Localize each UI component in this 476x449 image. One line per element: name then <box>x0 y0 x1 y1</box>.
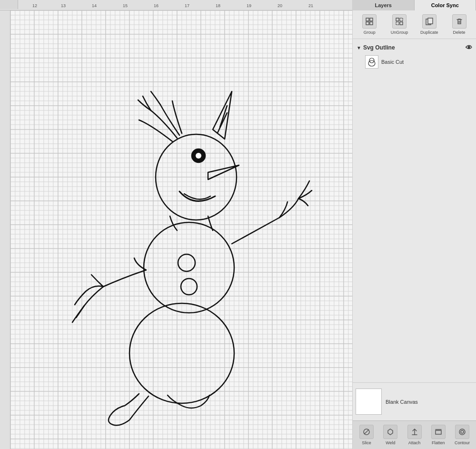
ungroup-label: UnGroup <box>391 30 408 35</box>
delete-icon <box>452 14 466 29</box>
weld-button[interactable]: Weld <box>378 425 402 445</box>
group-button[interactable]: Group <box>357 14 383 35</box>
svg-point-0 <box>129 303 234 403</box>
attach-label: Attach <box>408 440 421 445</box>
layer-group-label: Svg Outline <box>363 44 395 51</box>
layer-item[interactable]: Basic Cut <box>356 53 473 70</box>
group-icon <box>362 14 377 29</box>
layers-section: ▼ Svg Outline 👁 Basic Cut <box>353 39 476 382</box>
ruler-mark: 13 <box>61 3 66 8</box>
delete-button[interactable]: Delete <box>446 14 472 35</box>
flatten-icon <box>431 425 446 439</box>
ruler-mark: 15 <box>123 3 128 8</box>
ungroup-icon <box>392 14 407 29</box>
right-panel: Layers Color Sync Group <box>352 0 476 449</box>
group-label: Group <box>364 30 376 35</box>
blank-canvas-thumbnail <box>356 389 382 415</box>
svg-rect-14 <box>400 22 403 25</box>
contour-icon <box>455 425 469 439</box>
ruler-mark: 16 <box>154 3 159 8</box>
svg-rect-16 <box>428 18 433 24</box>
weld-icon <box>383 425 397 439</box>
contour-button[interactable]: Contour <box>450 425 474 445</box>
layer-item-label: Basic Cut <box>381 59 404 65</box>
ruler-mark: 21 <box>308 3 313 8</box>
svg-rect-10 <box>370 22 373 25</box>
canvas-area: 12 13 14 15 16 17 18 19 20 21 <box>0 0 352 449</box>
duplicate-icon <box>422 14 436 29</box>
svg-point-4 <box>196 153 201 159</box>
ruler-mark: 20 <box>278 3 282 8</box>
ruler-mark: 18 <box>216 3 220 8</box>
ruler-corner <box>0 0 18 9</box>
contour-label: Contour <box>455 440 470 445</box>
svg-rect-13 <box>396 22 399 25</box>
svg-point-2 <box>156 134 237 220</box>
svg-rect-12 <box>400 18 403 21</box>
flatten-label: Flatten <box>432 440 445 445</box>
toolbar-row: Group UnGroup Duplicate <box>353 10 476 39</box>
slice-icon <box>359 425 374 439</box>
svg-rect-8 <box>370 18 373 21</box>
visibility-icon[interactable]: 👁 <box>466 44 472 51</box>
svg-rect-7 <box>366 18 369 21</box>
blank-canvas-label: Blank Canvas <box>386 399 418 405</box>
slice-button[interactable]: Slice <box>355 425 378 445</box>
ungroup-button[interactable]: UnGroup <box>387 14 413 35</box>
layer-group-header[interactable]: ▼ Svg Outline 👁 <box>356 42 473 53</box>
chevron-down-icon: ▼ <box>357 45 361 50</box>
ruler-marks-horizontal: 12 13 14 15 16 17 18 19 20 21 <box>18 8 352 9</box>
svg-point-5 <box>178 254 195 271</box>
slice-label: Slice <box>362 440 371 445</box>
ruler-mark: 14 <box>92 3 97 8</box>
attach-button[interactable]: Attach <box>402 425 426 445</box>
svg-point-6 <box>181 279 197 295</box>
ruler-mark: 12 <box>32 3 37 8</box>
layer-thumbnail <box>365 55 378 69</box>
design-svg[interactable] <box>10 10 352 449</box>
tabs-row: Layers Color Sync <box>353 0 476 10</box>
svg-point-1 <box>144 222 234 313</box>
svg-rect-20 <box>436 430 441 434</box>
tab-color-sync[interactable]: Color Sync <box>415 0 476 10</box>
ruler-top: 12 13 14 15 16 17 18 19 20 21 <box>0 0 352 10</box>
ruler-mark: 17 <box>185 3 189 8</box>
ruler-mark: 19 <box>247 3 251 8</box>
bottom-toolbar: Slice Weld Attach <box>353 420 476 449</box>
ruler-left <box>0 10 10 449</box>
attach-icon <box>407 425 422 439</box>
duplicate-label: Duplicate <box>420 30 438 35</box>
tab-layers[interactable]: Layers <box>353 0 415 10</box>
svg-point-21 <box>459 429 465 435</box>
delete-label: Delete <box>453 30 466 35</box>
blank-canvas-section: Blank Canvas <box>353 382 476 420</box>
svg-rect-11 <box>396 18 399 21</box>
weld-label: Weld <box>386 440 395 445</box>
svg-point-22 <box>461 430 464 433</box>
duplicate-button[interactable]: Duplicate <box>416 14 442 35</box>
flatten-button[interactable]: Flatten <box>426 425 450 445</box>
svg-rect-9 <box>366 22 369 25</box>
